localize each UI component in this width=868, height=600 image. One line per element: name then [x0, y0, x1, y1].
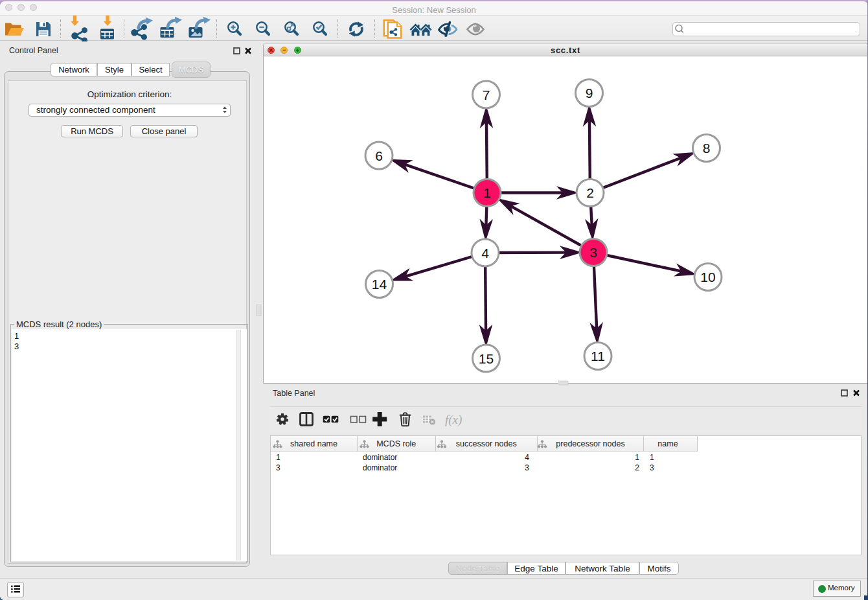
- svg-text:9: 9: [586, 86, 593, 100]
- svg-text:11: 11: [591, 349, 605, 363]
- svg-text:7: 7: [483, 87, 490, 102]
- svg-text:1: 1: [483, 185, 491, 200]
- svg-text:8: 8: [703, 141, 711, 156]
- svg-text:4: 4: [481, 246, 489, 260]
- svg-text:f(x): f(x): [445, 413, 462, 427]
- svg-text:6: 6: [375, 148, 383, 163]
- svg-text:14: 14: [372, 277, 387, 292]
- svg-text:2: 2: [586, 185, 594, 200]
- svg-text:15: 15: [479, 351, 494, 366]
- svg-text:10: 10: [700, 270, 715, 284]
- svg-text:3: 3: [589, 245, 597, 260]
